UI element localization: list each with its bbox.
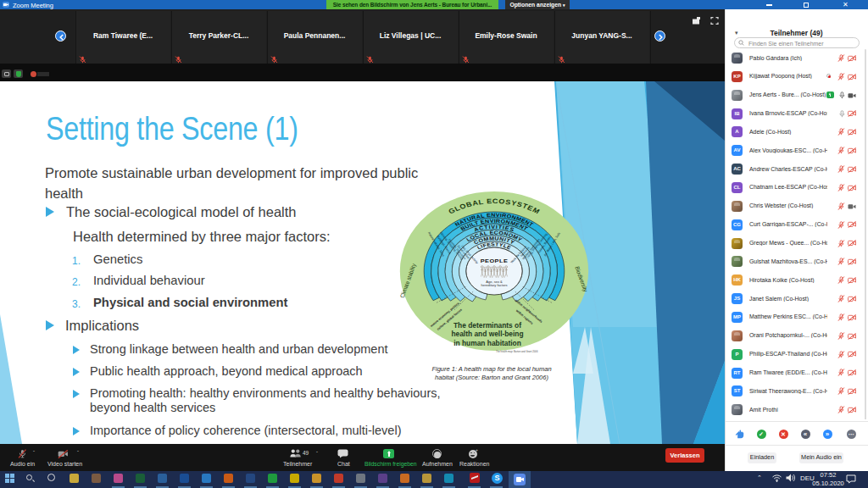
svg-text:The health map: Barton and Gra: The health map: Barton and Grant 2006: [496, 350, 538, 353]
svg-text:in human habitation: in human habitation: [453, 339, 521, 347]
svg-text:The determinants of: The determinants of: [453, 321, 521, 330]
svg-text:health and well-being: health and well-being: [451, 330, 523, 338]
svg-text:PEOPLE: PEOPLE: [481, 258, 509, 263]
svg-text:hereditary factors: hereditary factors: [481, 285, 507, 288]
